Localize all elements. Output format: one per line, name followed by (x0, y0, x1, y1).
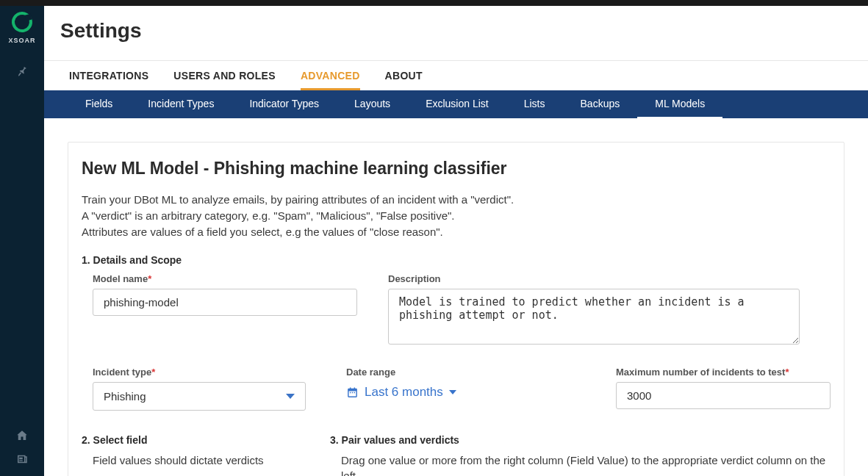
section-3-desc-line: Drag one value or more from the right co… (341, 453, 831, 476)
subnav-fields[interactable]: Fields (68, 90, 130, 118)
date-range-value: Last 6 months (365, 385, 443, 400)
section-1-heading: 1. Details and Scope (82, 254, 831, 266)
chevron-down-icon (286, 394, 295, 399)
advanced-subnav: Fields Incident Types Indicator Types La… (44, 90, 868, 118)
settings-tabs: INTEGRATIONS USERS AND ROLES ADVANCED AB… (44, 60, 868, 90)
ml-model-form: New ML Model - Phishing machine learning… (68, 142, 844, 476)
subnav-layouts[interactable]: Layouts (337, 90, 408, 118)
form-desc-line: Attributes are values of a field you sel… (82, 224, 831, 240)
form-title: New ML Model - Phishing machine learning… (82, 159, 831, 178)
left-sidebar: XSOAR (0, 6, 44, 476)
date-range-label: Date range (346, 367, 456, 378)
date-range-picker[interactable]: Last 6 months (346, 385, 456, 400)
model-name-input[interactable] (93, 289, 357, 316)
max-incidents-label: Maximum number of incidents to test* (616, 367, 831, 378)
subnav-exclusion-list[interactable]: Exclusion List (408, 90, 506, 118)
model-name-label: Model name* (93, 273, 357, 284)
subnav-incident-types[interactable]: Incident Types (130, 90, 232, 118)
subnav-indicator-types[interactable]: Indicator Types (232, 90, 337, 118)
calendar-icon (346, 386, 359, 399)
incident-type-label: Incident type* (93, 367, 306, 378)
page-title: Settings (60, 19, 852, 43)
brand-logo[interactable]: XSOAR (8, 12, 35, 44)
subnav-backups[interactable]: Backups (563, 90, 638, 118)
pin-icon[interactable] (15, 65, 29, 79)
brand-name: XSOAR (8, 37, 35, 44)
description-label: Description (388, 273, 800, 284)
section-2-heading: 2. Select field (82, 434, 330, 446)
chevron-down-icon (449, 390, 456, 394)
news-icon[interactable] (15, 452, 29, 466)
tab-integrations[interactable]: INTEGRATIONS (69, 61, 148, 90)
tab-advanced[interactable]: ADVANCED (301, 61, 360, 90)
form-desc-line: Train your DBot ML to analyze emails, by… (82, 192, 831, 208)
description-textarea[interactable] (388, 289, 800, 345)
form-desc-line: A "verdict" is an arbitrary category, e.… (82, 208, 831, 224)
subnav-lists[interactable]: Lists (506, 90, 563, 118)
tab-about[interactable]: ABOUT (385, 61, 423, 90)
section-3-heading: 3. Pair values and verdicts (330, 434, 831, 446)
logo-icon (10, 10, 35, 35)
incident-type-value: Phishing (104, 390, 146, 403)
incident-type-select[interactable]: Phishing (93, 382, 306, 411)
subnav-ml-models[interactable]: ML Models (637, 90, 722, 118)
window-topbar (0, 0, 868, 6)
max-incidents-input[interactable] (616, 382, 831, 409)
home-icon[interactable] (15, 429, 29, 442)
section-2-desc: Field values should dictate verdicts (82, 453, 330, 468)
tab-users-roles[interactable]: USERS AND ROLES (173, 61, 276, 90)
